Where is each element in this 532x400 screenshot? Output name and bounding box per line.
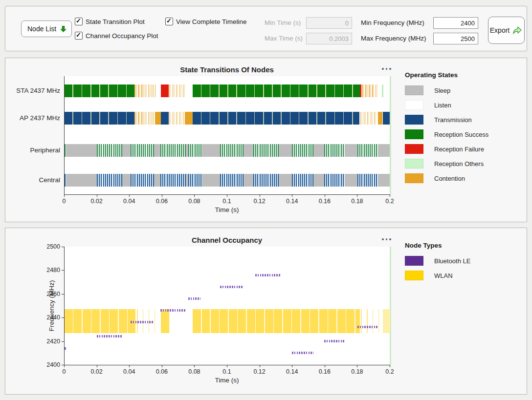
- legend-swatch: [405, 85, 423, 95]
- green-down-arrow-icon: [60, 25, 66, 33]
- x-tick-label: 0.04: [123, 198, 135, 205]
- x-tick-mark: [162, 365, 162, 367]
- activity-burst-segment: [65, 144, 66, 157]
- bluetooth-le-segment: [220, 286, 244, 288]
- state-segment: [169, 112, 184, 125]
- state-segment: [362, 84, 379, 97]
- legend-label: Listen: [434, 102, 451, 109]
- x-tick-mark: [97, 195, 97, 197]
- wlan-occupancy-segment: [65, 309, 135, 333]
- x-tick-label: 0.14: [286, 368, 298, 375]
- legend-swatch: [405, 144, 423, 154]
- x-tick-label: 0.12: [253, 198, 265, 205]
- state-segment: [360, 84, 361, 97]
- activity-burst-segment: [97, 174, 122, 187]
- x-tick-mark: [194, 195, 195, 197]
- state-segment: [134, 112, 155, 125]
- row-label: Central: [9, 174, 60, 187]
- legend-item: Reception Failure: [405, 142, 525, 156]
- row-label: STA 2437 MHz: [9, 84, 60, 97]
- bluetooth-le-segment: [188, 297, 200, 300]
- activity-burst-segment: [220, 144, 244, 157]
- export-arrow-icon: [512, 26, 523, 35]
- max-frequency-label: Max Frequency (MHz): [361, 35, 426, 42]
- state-row-3: [65, 174, 390, 187]
- export-button[interactable]: Export: [488, 17, 525, 44]
- activity-burst-segment: [131, 174, 154, 187]
- legend-item: Reception Others: [405, 156, 525, 171]
- state-row-2: [65, 144, 390, 157]
- checkbox-state-transition-plot[interactable]: State Transition Plot: [75, 18, 145, 25]
- activity-burst-segment: [188, 144, 202, 157]
- x-tick-mark: [227, 195, 227, 197]
- bluetooth-le-segment: [160, 309, 186, 312]
- state-segment: [161, 84, 169, 97]
- activity-burst-segment: [97, 144, 122, 157]
- x-tick-label: 0.08: [188, 198, 200, 205]
- legend-item: Bluetooth LE: [405, 253, 525, 268]
- legend-item: Listen: [405, 98, 525, 112]
- node-list-button[interactable]: Node List: [21, 21, 72, 37]
- state-segment: [382, 84, 383, 97]
- y-tick-label: 2500: [9, 243, 60, 251]
- x-tick-mark: [292, 365, 292, 367]
- row-label: AP 2437 MHz: [9, 112, 60, 125]
- state-plot-title: State Transitions Of Nodes: [64, 65, 390, 74]
- max-time-input[interactable]: [306, 33, 352, 44]
- checkbox-view-complete-timeline[interactable]: View Complete Timeline: [165, 18, 247, 25]
- state-row-1: [65, 112, 390, 125]
- legend-label: Bluetooth LE: [434, 257, 470, 265]
- x-tick-mark: [129, 365, 130, 367]
- legend-item: Sleep: [405, 83, 525, 98]
- x-tick-mark: [260, 195, 260, 197]
- axes-options-button[interactable]: [380, 66, 393, 72]
- legend-label: Reception Others: [434, 160, 484, 168]
- checkbox-label: State Transition Plot: [86, 18, 145, 25]
- state-segment: [193, 84, 360, 97]
- state-segment: [360, 112, 377, 125]
- activity-burst-segment: [220, 174, 244, 187]
- legend-title: Operating States: [405, 71, 525, 79]
- x-tick-mark: [194, 365, 195, 367]
- wlan-occupancy-segment: [161, 309, 170, 333]
- activity-burst-segment: [292, 174, 314, 187]
- occupancy-plot-area: [64, 247, 390, 365]
- x-tick-label: 0.1: [222, 198, 231, 205]
- state-row-0: [65, 84, 390, 97]
- checkbox-checked-icon: [75, 32, 83, 40]
- activity-burst-segment: [65, 174, 66, 187]
- export-label: Export: [490, 26, 510, 34]
- activity-burst-segment: [324, 144, 345, 157]
- wlan-occupancy-segment: [193, 309, 360, 333]
- activity-burst-segment: [160, 144, 186, 157]
- row-label: Peripheral: [9, 144, 60, 157]
- x-tick-mark: [129, 195, 130, 197]
- legend-swatch: [405, 173, 423, 183]
- checkbox-channel-occupancy-plot[interactable]: Channel Occupancy Plot: [75, 32, 158, 40]
- x-tick-label: 0.18: [351, 198, 363, 205]
- legend-swatch: [405, 159, 423, 168]
- min-time-label: Min Time (s): [265, 19, 301, 26]
- timeline-marker: [390, 247, 391, 365]
- y-tick-label: 2420: [9, 338, 60, 345]
- checkbox-label: View Complete Timeline: [176, 18, 247, 25]
- state-segment: [185, 112, 193, 125]
- activity-burst-segment: [357, 144, 378, 157]
- x-tick-label: 0.06: [156, 198, 168, 205]
- min-time-input[interactable]: [306, 17, 352, 29]
- checkbox-checked-icon: [165, 18, 173, 25]
- legend-title: Node Types: [405, 242, 525, 249]
- axes-options-button[interactable]: [380, 236, 393, 242]
- legend-label: Reception Success: [434, 131, 488, 138]
- bluetooth-le-segment: [97, 335, 122, 337]
- legend-label: Contention: [434, 175, 465, 182]
- y-tick-label: 2440: [9, 314, 60, 321]
- checkbox-label: Channel Occupancy Plot: [86, 32, 158, 40]
- state-transitions-panel: State Transitions Of Nodes STA 2437 MHzA…: [5, 58, 527, 222]
- legend-item: Transmission: [405, 112, 525, 127]
- channel-occupancy-panel: Channel Occupancy Frequency (MHz) 240024…: [5, 228, 527, 395]
- max-frequency-input[interactable]: [433, 33, 478, 44]
- state-x-axis-label: Time (s): [64, 206, 390, 213]
- activity-burst-segment: [324, 174, 345, 187]
- min-frequency-input[interactable]: [433, 17, 478, 29]
